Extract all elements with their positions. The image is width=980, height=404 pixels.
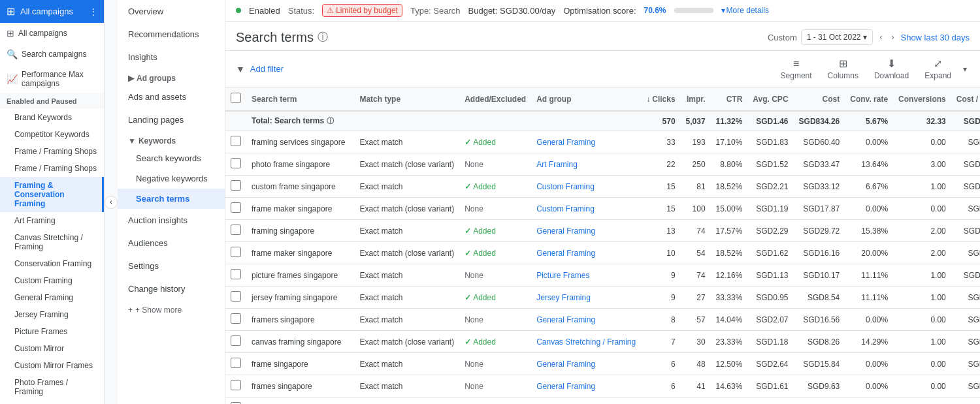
- more-details-button[interactable]: ▾ More details: [721, 6, 769, 15]
- expand-icon: ⤢: [934, 57, 942, 70]
- sidebar-item-custom-framing[interactable]: Custom Framing: [0, 272, 104, 289]
- row-checkbox[interactable]: [231, 358, 241, 368]
- sidebar-item-performance-max-leads[interactable]: Performance Max - Leads: [0, 400, 104, 404]
- nav-item-landing-pages[interactable]: Landing pages: [118, 108, 225, 131]
- ad-group-link[interactable]: Canvas Stretching / Framing: [536, 337, 636, 347]
- ad-group-link[interactable]: Picture Frames: [536, 271, 589, 280]
- nav-item-insights[interactable]: Insights: [118, 46, 225, 69]
- sidebar-item-jersey-framing[interactable]: Jersey Framing: [0, 306, 104, 323]
- sidebar-item-framing-conservation[interactable]: Framing & Conservation Framing: [0, 177, 104, 212]
- cost-conv-header-label: Cost / conv.: [956, 95, 980, 104]
- row-match-type: Exact match (close variant): [354, 331, 459, 353]
- sidebar-item-general-framing[interactable]: General Framing: [0, 289, 104, 306]
- show-last-30-days-button[interactable]: Show last 30 days: [900, 33, 970, 42]
- sidebar-item-performance-max[interactable]: 📈 Performance Max campaigns: [0, 65, 104, 93]
- nav-item-recommendations[interactable]: Recommendations: [118, 23, 225, 46]
- total-info-icon[interactable]: ⓘ: [327, 117, 334, 125]
- nav-item-search-keywords[interactable]: Search keywords: [118, 148, 225, 168]
- row-checkbox[interactable]: [231, 225, 241, 235]
- none-label: None: [465, 315, 483, 324]
- sidebar-item-picture-frames[interactable]: Picture Frames: [0, 323, 104, 340]
- sidebar-item-frame-framing-1[interactable]: Frame / Framing Shops: [0, 143, 104, 160]
- nav-item-negative-keywords[interactable]: Negative keywords: [118, 168, 225, 189]
- ad-group-link[interactable]: General Framing: [536, 360, 595, 369]
- ad-group-link[interactable]: General Framing: [536, 315, 595, 324]
- row-checkbox[interactable]: [231, 335, 241, 346]
- nav-item-overview[interactable]: Overview: [118, 0, 225, 23]
- row-checkbox[interactable]: [231, 269, 241, 279]
- sidebar-item-frame-framing-2[interactable]: Frame / Framing Shops: [0, 160, 104, 177]
- prev-date-button[interactable]: ‹: [877, 30, 885, 44]
- sidebar-item-brand-keywords[interactable]: Brand Keywords: [0, 109, 104, 126]
- columns-label: Columns: [828, 71, 858, 80]
- date-picker[interactable]: 1 - 31 Oct 2022 ▾: [801, 29, 874, 45]
- row-avg-cpc: SGD1.45: [747, 397, 793, 405]
- sidebar-item-all-campaigns[interactable]: ⊞ All campaigns: [0, 23, 104, 44]
- nav-item-ads-assets[interactable]: Ads and assets: [118, 85, 225, 108]
- total-clicks: 570: [641, 111, 680, 131]
- page-title-area: Search terms ⓘ: [236, 30, 328, 45]
- row-conv-rate: 0.00%: [845, 198, 893, 220]
- row-term: framers singapore: [246, 309, 354, 331]
- row-cost-conv: SGD33.12: [951, 176, 980, 198]
- row-checkbox[interactable]: [231, 180, 241, 191]
- select-all-checkbox[interactable]: [231, 93, 241, 103]
- segment-button[interactable]: ≡ Segment: [774, 55, 819, 83]
- sidebar-item-art-framing[interactable]: Art Framing: [0, 212, 104, 229]
- nav-item-search-terms[interactable]: Search terms: [118, 189, 225, 209]
- nav-item-auction-insights[interactable]: Auction insights: [118, 209, 225, 232]
- collapse-sidebar-button[interactable]: ‹: [105, 196, 118, 209]
- nav-section-keywords[interactable]: ▼ Keywords: [118, 131, 225, 148]
- add-filter-button[interactable]: Add filter: [250, 64, 284, 74]
- row-cost-conv: SGD0.00: [951, 198, 980, 220]
- sidebar-header[interactable]: ⊞ All campaigns ⋮: [0, 0, 104, 23]
- row-avg-cpc: SGD1.18: [747, 331, 793, 353]
- row-cost-conv: SGD8.54: [951, 287, 980, 309]
- row-cost-conv: SGD0.00: [951, 309, 980, 331]
- ad-group-link[interactable]: Custom Framing: [536, 182, 595, 191]
- nav-item-change-history[interactable]: Change history: [118, 277, 225, 300]
- row-term: jersey framing singapore: [246, 287, 354, 309]
- sidebar-item-custom-mirror[interactable]: Custom Mirror: [0, 340, 104, 357]
- ad-group-link[interactable]: Jersey Framing: [536, 293, 591, 302]
- row-clicks: 10: [641, 242, 680, 264]
- arrow-icon: ▶: [128, 74, 134, 83]
- row-checkbox[interactable]: [231, 202, 241, 213]
- next-date-button[interactable]: ›: [889, 30, 896, 44]
- sidebar-item-competitor-keywords[interactable]: Competitor Keywords: [0, 126, 104, 143]
- total-conversions: 32.33: [893, 111, 951, 131]
- sidebar-item-custom-mirror-frames[interactable]: Custom Mirror Frames: [0, 357, 104, 374]
- download-button[interactable]: ⬇ Download: [868, 55, 915, 83]
- ad-group-link[interactable]: General Framing: [536, 382, 595, 391]
- row-avg-cpc: SGD1.13: [747, 264, 793, 287]
- more-toolbar-button[interactable]: ▾: [960, 62, 970, 76]
- ad-group-link[interactable]: General Framing: [536, 226, 595, 236]
- row-checkbox[interactable]: [231, 291, 241, 302]
- ad-group-link[interactable]: General Framing: [536, 138, 595, 147]
- row-checkbox[interactable]: [231, 380, 241, 390]
- sidebar-item-photo-frames[interactable]: Photo Frames / Framing: [0, 374, 104, 400]
- th-conversions: Conversions: [893, 87, 951, 111]
- help-icon[interactable]: ⓘ: [318, 31, 328, 44]
- sidebar-item-conservation-framing[interactable]: Conservation Framing: [0, 255, 104, 272]
- row-checkbox[interactable]: [231, 136, 241, 146]
- expand-label: Expand: [924, 71, 951, 80]
- sidebar-more-icon[interactable]: ⋮: [90, 7, 97, 16]
- nav-item-settings[interactable]: Settings: [118, 255, 225, 277]
- nav-item-audiences[interactable]: Audiences: [118, 232, 225, 255]
- ad-group-link[interactable]: General Framing: [536, 249, 595, 258]
- row-clicks: 15: [641, 176, 680, 198]
- sidebar-item-search-campaigns[interactable]: 🔍 Search campaigns: [0, 44, 104, 65]
- columns-button[interactable]: ⊞ Columns: [821, 55, 865, 83]
- row-conv-rate: 0.00%: [845, 397, 893, 405]
- ad-group-link[interactable]: Custom Framing: [536, 204, 595, 213]
- row-checkbox[interactable]: [231, 158, 241, 168]
- expand-button[interactable]: ⤢ Expand: [918, 55, 958, 83]
- show-more-nav[interactable]: + + Show more: [118, 300, 225, 320]
- nav-section-ad-groups[interactable]: ▶ Ad groups: [118, 69, 225, 85]
- row-checkbox[interactable]: [231, 313, 241, 324]
- sidebar-item-canvas-stretching[interactable]: Canvas Stretching / Framing: [0, 229, 104, 255]
- ad-group-link[interactable]: Art Framing: [536, 160, 578, 169]
- row-conv-rate: 13.64%: [845, 153, 893, 176]
- row-checkbox[interactable]: [231, 247, 241, 257]
